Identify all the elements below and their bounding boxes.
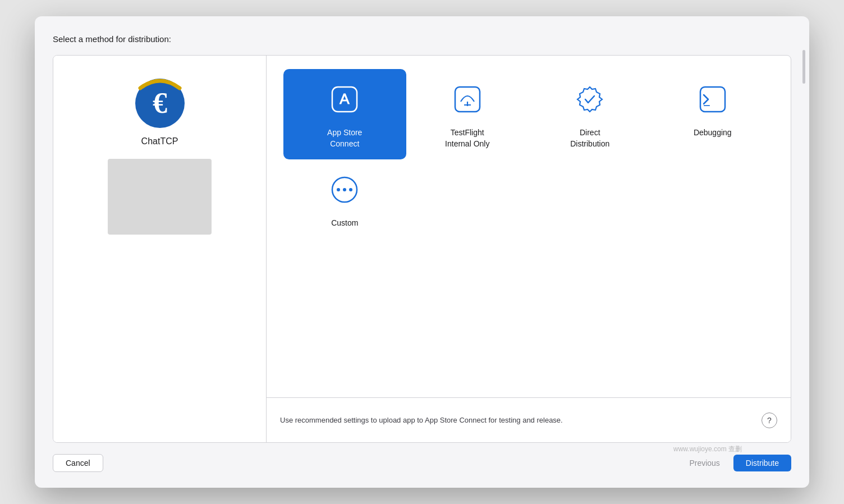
- svg-point-11: [343, 188, 346, 191]
- custom-label: Custom: [331, 218, 358, 229]
- dialog-title: Select a method for distribution:: [53, 34, 791, 44]
- description-bar: Use recommended settings to upload app t…: [267, 397, 791, 442]
- testflight-label: TestFlightInternal Only: [445, 127, 489, 149]
- distribution-dialog: Select a method for distribution: € Chat…: [35, 16, 809, 488]
- app-store-connect-label: App StoreConnect: [327, 127, 362, 149]
- svg-point-10: [337, 188, 340, 191]
- cancel-button[interactable]: Cancel: [53, 454, 103, 472]
- svg-text:€: €: [153, 87, 167, 119]
- left-panel: € ChatTCP: [53, 56, 267, 442]
- distribute-button[interactable]: Distribute: [733, 455, 791, 471]
- watermark: www.wujioye.com 查删: [673, 445, 742, 454]
- option-custom[interactable]: Custom: [283, 159, 406, 239]
- option-debugging[interactable]: _ Debugging: [652, 69, 774, 159]
- right-buttons: Previous Distribute: [682, 455, 791, 471]
- debugging-icon-box: _: [692, 79, 733, 120]
- main-content: € ChatTCP A App: [53, 55, 791, 443]
- options-grid: A App StoreConnect: [267, 56, 791, 397]
- debugging-icon: _: [698, 85, 727, 114]
- app-thumbnail: [108, 159, 212, 235]
- direct-icon-box: [570, 79, 610, 120]
- app-icon-wrapper: € ChatTCP: [108, 78, 212, 235]
- app-store-icon-box: A: [324, 79, 365, 120]
- svg-text:A: A: [340, 90, 350, 107]
- option-direct-distribution[interactable]: DirectDistribution: [529, 69, 652, 159]
- right-panel: A App StoreConnect: [267, 56, 791, 442]
- app-icon: €: [135, 78, 185, 129]
- direct-distribution-label: DirectDistribution: [570, 127, 609, 149]
- svg-point-12: [349, 188, 352, 191]
- option-app-store-connect[interactable]: A App StoreConnect: [283, 69, 406, 159]
- help-button[interactable]: ?: [762, 413, 777, 428]
- svg-rect-4: [455, 87, 480, 112]
- scrollbar-thumb: [802, 50, 805, 84]
- description-text: Use recommended settings to upload app t…: [280, 415, 563, 426]
- testflight-icon-box: [447, 79, 488, 120]
- app-name: ChatTCP: [141, 136, 178, 146]
- app-store-icon: A: [330, 85, 359, 114]
- custom-icon-box: [324, 169, 365, 210]
- option-testflight-internal[interactable]: TestFlightInternal Only: [406, 69, 529, 159]
- testflight-icon: [453, 85, 482, 114]
- bottom-bar: Cancel Previous Distribute: [53, 454, 791, 472]
- custom-icon: [330, 175, 359, 204]
- previous-button[interactable]: Previous: [682, 455, 726, 471]
- scrollbar[interactable]: [801, 50, 806, 427]
- debugging-label: Debugging: [694, 127, 732, 139]
- direct-distribution-icon: [575, 85, 604, 114]
